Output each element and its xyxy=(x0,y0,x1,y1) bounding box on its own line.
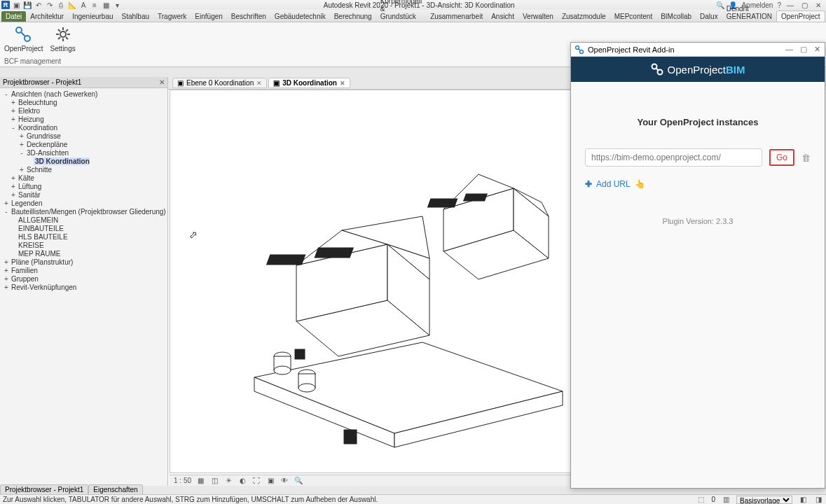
delete-icon[interactable]: 🗑 xyxy=(801,153,811,163)
tree-item[interactable]: +Familien xyxy=(1,266,167,274)
shadows-icon[interactable]: ◐ xyxy=(238,477,247,485)
go-button[interactable]: Go xyxy=(769,149,794,166)
redo-icon[interactable]: ↷ xyxy=(45,1,55,9)
ribbon-tab-ansicht[interactable]: Ansicht xyxy=(487,11,518,22)
settings-button[interactable]: Settings xyxy=(50,25,76,52)
tree-item[interactable]: 3D Koordination xyxy=(1,157,167,165)
tree[interactable]: -Ansichten (nach Gewerken)+Beleuchtung+E… xyxy=(0,88,167,293)
expand-icon[interactable]: + xyxy=(3,267,10,274)
tree-item[interactable]: -Bauteillisten/Mengen (Projektbrowser Gl… xyxy=(1,207,167,216)
view-tab[interactable]: ▣Ebene 0 Koordination✕ xyxy=(172,78,267,88)
tree-item[interactable]: +Lüftung xyxy=(1,182,167,190)
hide-icon[interactable]: 👁 xyxy=(280,477,289,485)
crop-icon[interactable]: ⛶ xyxy=(252,477,261,485)
maximize-button[interactable]: ▢ xyxy=(799,1,809,9)
expand-icon[interactable]: + xyxy=(3,275,10,283)
open-icon[interactable]: ▣ xyxy=(11,1,21,9)
tree-item[interactable]: +Beleuchtung xyxy=(1,98,167,106)
select-icon[interactable]: ⬚ xyxy=(696,496,705,504)
tree-item[interactable]: +Gruppen xyxy=(1,274,167,283)
expand-icon[interactable]: + xyxy=(18,141,25,148)
expand-icon[interactable]: - xyxy=(3,90,10,98)
measure-icon[interactable]: 📐 xyxy=(67,1,77,9)
expand-icon[interactable]: + xyxy=(3,200,10,207)
template-select[interactable]: Basisvorlage xyxy=(736,496,792,504)
ribbon-tab-bimcollab[interactable]: BIMcollab xyxy=(656,11,696,22)
tree-item[interactable]: +Kälte xyxy=(1,174,167,182)
tree-item[interactable]: +Pläne (Planstruktur) xyxy=(1,258,167,266)
bottom-tab[interactable]: Eigenschaften xyxy=(88,484,142,494)
expand-icon[interactable]: + xyxy=(18,132,25,140)
tree-item[interactable]: +Deckenpläne xyxy=(1,140,167,148)
sun-path-icon[interactable]: ☀ xyxy=(223,477,233,485)
bottom-tab[interactable]: Projektbrowser - Projekt1 xyxy=(0,484,88,494)
expand-icon[interactable]: + xyxy=(3,258,10,266)
ribbon-tab-mepcontent[interactable]: MEPcontent xyxy=(610,11,656,22)
tree-item[interactable]: -3D-Ansichten xyxy=(1,148,167,157)
crop-region-icon[interactable]: ▣ xyxy=(266,477,275,485)
ribbon-tab-dendrit-generation[interactable]: Dendrit GENERATION xyxy=(722,4,776,22)
ribbon-tab-ingenieurbau[interactable]: Ingenieurbau xyxy=(68,11,117,22)
openproject-button[interactable]: OpenProject xyxy=(4,25,43,52)
filter-icon[interactable]: ▥ xyxy=(721,496,731,504)
ribbon-tab-verwalten[interactable]: Verwalten xyxy=(518,11,558,22)
add-url-button[interactable]: ✚ Add URL 👆 xyxy=(585,179,811,189)
tree-item[interactable]: +Sanitär xyxy=(1,190,167,199)
print-icon[interactable]: ⎙ xyxy=(56,1,66,9)
save-icon[interactable]: 💾 xyxy=(22,1,32,9)
addin-minimize-button[interactable]: — xyxy=(785,45,793,54)
worksets-icon[interactable]: ◧ xyxy=(798,496,808,504)
view-tab[interactable]: ▣3D Koordination✕ xyxy=(268,78,350,88)
ribbon-tab-tragwerk[interactable]: Tragwerk xyxy=(153,11,191,22)
view-icon[interactable]: ▦ xyxy=(101,1,111,9)
instance-url-input[interactable] xyxy=(585,148,762,167)
text-icon[interactable]: A xyxy=(78,1,88,9)
expand-icon[interactable]: + xyxy=(18,166,25,174)
ribbon-tab-zusatzmodule[interactable]: Zusatzmodule xyxy=(558,11,610,22)
tree-item[interactable]: +Grundrisse xyxy=(1,132,167,140)
detail-level-icon[interactable]: ▦ xyxy=(195,477,205,485)
minimize-button[interactable]: — xyxy=(785,1,795,9)
ribbon-tab-berechnung[interactable]: Berechnung xyxy=(330,11,376,22)
expand-icon[interactable]: + xyxy=(10,107,17,115)
ribbon-tab-stahlbau[interactable]: Stahlbau xyxy=(118,11,153,22)
tree-item[interactable]: +Elektro xyxy=(1,106,167,115)
close-icon[interactable]: ✕ xyxy=(159,78,165,86)
expand-icon[interactable]: - xyxy=(10,124,17,132)
tree-item[interactable]: +Heizung xyxy=(1,115,167,123)
ribbon-tab-geb-udetechnik[interactable]: Gebäudetechnik xyxy=(270,11,330,22)
ribbon-tab-beschriften[interactable]: Beschriften xyxy=(227,11,270,22)
tree-item[interactable]: +Legenden xyxy=(1,199,167,207)
ribbon-tab-openproject[interactable]: OpenProject xyxy=(776,10,825,22)
align-icon[interactable]: ≡ xyxy=(90,1,99,9)
close-icon[interactable]: ✕ xyxy=(340,80,345,87)
expand-icon[interactable]: + xyxy=(10,174,17,182)
expand-icon[interactable]: - xyxy=(18,149,25,157)
addin-close-button[interactable]: ✕ xyxy=(814,45,820,54)
revit-logo-icon[interactable]: R xyxy=(1,1,10,9)
ribbon-tab-architektur[interactable]: Architektur xyxy=(26,11,68,22)
tree-item[interactable]: -Ansichten (nach Gewerken) xyxy=(1,90,167,98)
tree-item[interactable]: EINBAUTEILE xyxy=(1,224,167,232)
expand-icon[interactable]: - xyxy=(3,208,10,216)
expand-icon[interactable]: + xyxy=(10,191,17,199)
visual-style-icon[interactable]: ◫ xyxy=(209,477,219,485)
tree-item[interactable]: +Schnitte xyxy=(1,165,167,174)
expand-icon[interactable]: + xyxy=(10,115,17,123)
design-options-icon[interactable]: ◨ xyxy=(813,496,823,504)
tree-item[interactable]: -Koordination xyxy=(1,123,167,132)
ribbon-tab-datei[interactable]: Datei xyxy=(1,11,26,22)
tree-item[interactable]: +Revit-Verknüpfungen xyxy=(1,283,167,291)
reveal-icon[interactable]: 🔍 xyxy=(294,477,303,485)
ribbon-tab-zusammenarbeit[interactable]: Zusammenarbeit xyxy=(426,11,487,22)
ribbon-tab-einf-gen[interactable]: Einfügen xyxy=(191,11,226,22)
help-icon[interactable]: ? xyxy=(777,1,781,9)
tree-item[interactable]: KREISE xyxy=(1,241,167,249)
addin-maximize-button[interactable]: ▢ xyxy=(800,45,807,54)
expand-icon[interactable]: + xyxy=(10,183,17,190)
undo-icon[interactable]: ↶ xyxy=(34,1,43,9)
tree-item[interactable]: MEP RÄUME xyxy=(1,249,167,258)
tree-item[interactable]: HLS BAUTEILE xyxy=(1,232,167,241)
ribbon-tab-dalux[interactable]: Dalux xyxy=(696,11,722,22)
tree-item[interactable]: ALLGEMEIN xyxy=(1,216,167,224)
